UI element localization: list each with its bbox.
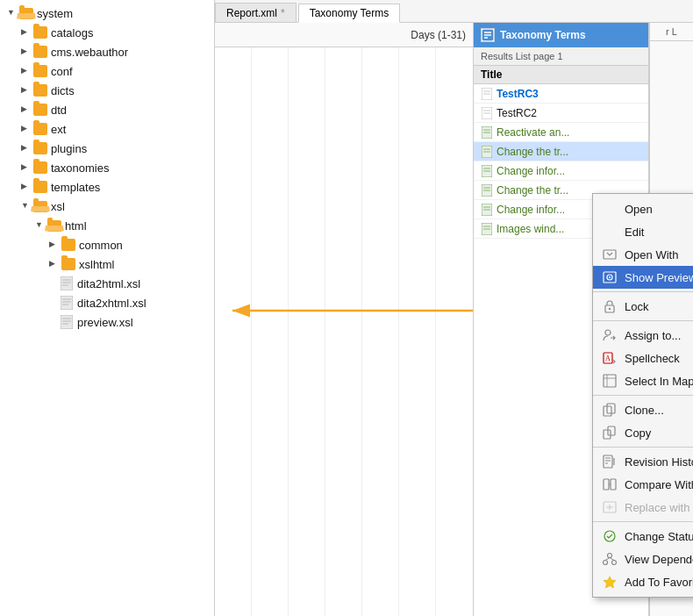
days-label: Days (1-31) bbox=[411, 29, 466, 41]
svg-rect-55 bbox=[604, 430, 611, 439]
menu-item-open-with[interactable]: Open With ▶ bbox=[593, 243, 693, 266]
svg-rect-43 bbox=[604, 250, 616, 259]
svg-rect-4 bbox=[61, 296, 73, 310]
tree-item-ext[interactable]: ext bbox=[0, 119, 214, 139]
cal-cell bbox=[399, 47, 436, 616]
menu-label-add-favorites: Add To Favorites bbox=[625, 576, 693, 589]
menu-item-change-status[interactable]: Change Status... bbox=[593, 525, 693, 548]
svg-text:A: A bbox=[605, 355, 611, 362]
results-subheader: Results List page 1 bbox=[474, 47, 648, 66]
chevron-system bbox=[7, 8, 18, 18]
menu-item-lock[interactable]: Lock bbox=[593, 295, 693, 318]
menu-item-open[interactable]: Open bbox=[593, 197, 693, 220]
result-label-images: Images wind... bbox=[497, 223, 564, 235]
tab-taxonomy[interactable]: Taxonomy Terms bbox=[298, 4, 400, 23]
menu-item-spellcheck[interactable]: A Spellcheck bbox=[593, 347, 693, 369]
tab-report-star: * bbox=[281, 7, 285, 19]
chevron-templates bbox=[21, 182, 32, 192]
tree-label-system: system bbox=[37, 7, 73, 20]
result-icon-images bbox=[481, 223, 493, 235]
right-strip-header: r L bbox=[650, 23, 693, 41]
folder-icon-system bbox=[19, 8, 33, 19]
tree-label-templates: templates bbox=[51, 181, 100, 194]
menu-separator-3 bbox=[593, 395, 693, 396]
tree-item-conf[interactable]: conf bbox=[0, 61, 214, 81]
result-icon-testrc2 bbox=[481, 107, 493, 119]
tree-item-catalogs[interactable]: catalogs bbox=[0, 23, 214, 42]
tree-item-dita2html[interactable]: dita2html.xsl bbox=[0, 274, 214, 293]
result-item-testrc2[interactable]: TestRC2 bbox=[474, 104, 648, 123]
menu-item-revision-history[interactable]: Revision History... bbox=[593, 450, 693, 473]
svg-point-66 bbox=[608, 554, 612, 558]
tree-item-xsl[interactable]: xsl bbox=[0, 197, 214, 216]
tree-item-plugins[interactable]: plugins bbox=[0, 139, 214, 158]
result-label-change2: Change infor... bbox=[497, 165, 565, 177]
tree-label-ext: ext bbox=[51, 123, 66, 136]
tab-report[interactable]: Report.xml * bbox=[215, 3, 296, 22]
svg-line-70 bbox=[610, 558, 614, 561]
file-icon-dita2html bbox=[60, 276, 74, 290]
tree-item-dita2xhtml[interactable]: dita2xhtml.xsl bbox=[0, 293, 214, 312]
menu-item-edit[interactable]: Edit bbox=[593, 220, 693, 243]
cal-cell bbox=[436, 47, 473, 616]
tree-label-common: common bbox=[79, 239, 123, 252]
context-menu: Open Edit Open With ▶ Show Preview bbox=[592, 193, 693, 598]
tree-item-xslhtml[interactable]: xslhtml bbox=[0, 254, 214, 274]
menu-item-assign-to[interactable]: Assign to... bbox=[593, 324, 693, 347]
tree-item-dicts[interactable]: dicts bbox=[0, 81, 214, 100]
result-item-change1[interactable]: Change the tr... bbox=[474, 142, 648, 161]
cal-cell bbox=[325, 47, 362, 616]
svg-rect-56 bbox=[608, 426, 615, 435]
menu-item-add-favorites[interactable]: Add To Favorites bbox=[593, 570, 693, 593]
result-label-testrc3: TestRC3 bbox=[497, 88, 539, 100]
tree-item-preview[interactable]: preview.xsl bbox=[0, 312, 214, 332]
change-status-icon bbox=[602, 528, 618, 544]
results-col-header: Title bbox=[474, 66, 648, 84]
content-area: Report.xml * Taxonomy Terms Days (1-31) bbox=[215, 0, 693, 616]
menu-item-copy[interactable]: Copy ▶ bbox=[593, 421, 693, 444]
chevron-conf bbox=[21, 66, 32, 76]
menu-label-lock: Lock bbox=[625, 300, 693, 313]
chevron-taxonomies bbox=[21, 162, 32, 173]
menu-item-view-dependencies[interactable]: View Dependencies bbox=[593, 548, 693, 570]
folder-icon-common bbox=[61, 239, 75, 251]
results-subheader-text: Results List page 1 bbox=[481, 51, 563, 61]
menu-label-copy: Copy bbox=[625, 426, 693, 440]
open-with-icon bbox=[602, 247, 618, 262]
tree-item-cms[interactable]: cms.webauthor bbox=[0, 42, 214, 61]
tree-label-xsl: xsl bbox=[51, 200, 65, 213]
folder-icon-templates bbox=[33, 181, 47, 193]
results-panel-header: Taxonomy Terms bbox=[474, 23, 648, 47]
chevron-xsl bbox=[21, 201, 32, 211]
menu-item-compare-with[interactable]: Compare With ▶ bbox=[593, 473, 693, 496]
tree-item-html[interactable]: html bbox=[0, 216, 214, 235]
menu-label-revision-history: Revision History... bbox=[625, 455, 693, 469]
chevron-common bbox=[49, 240, 60, 250]
folder-icon-dicts bbox=[33, 84, 47, 97]
folder-icon-plugins bbox=[33, 142, 47, 154]
tree-item-system[interactable]: system bbox=[0, 4, 214, 23]
menu-label-open-with: Open With bbox=[625, 248, 693, 261]
tree-item-dtd[interactable]: dtd bbox=[0, 100, 214, 119]
cal-cell bbox=[289, 47, 325, 616]
tree-item-templates[interactable]: templates bbox=[0, 177, 214, 197]
result-label-change3: Change the tr... bbox=[497, 184, 568, 197]
result-item-change2[interactable]: Change infor... bbox=[474, 161, 648, 181]
folder-icon-ext bbox=[33, 123, 47, 135]
menu-item-clone[interactable]: Clone... bbox=[593, 398, 693, 421]
menu-item-show-preview[interactable]: Show Preview bbox=[593, 266, 693, 289]
file-tree-sidebar: system catalogs cms.webauthor conf dicts… bbox=[0, 0, 215, 616]
tab-bar: Report.xml * Taxonomy Terms bbox=[215, 0, 693, 23]
tree-item-taxonomies[interactable]: taxonomies bbox=[0, 158, 214, 177]
view-dependencies-icon bbox=[602, 551, 618, 567]
cal-cell bbox=[362, 47, 399, 616]
calendar-grid bbox=[215, 47, 473, 616]
tree-label-xslhtml: xslhtml bbox=[79, 258, 114, 271]
result-item-reactivate[interactable]: Reactivate an... bbox=[474, 123, 648, 142]
folder-icon-dtd bbox=[33, 104, 47, 116]
menu-item-select-in-map[interactable]: Select In Map bbox=[593, 369, 693, 392]
result-item-testrc3[interactable]: TestRC3 bbox=[474, 84, 648, 104]
spellcheck-icon: A bbox=[602, 350, 618, 366]
svg-line-69 bbox=[605, 558, 610, 561]
tree-item-common[interactable]: common bbox=[0, 235, 214, 254]
